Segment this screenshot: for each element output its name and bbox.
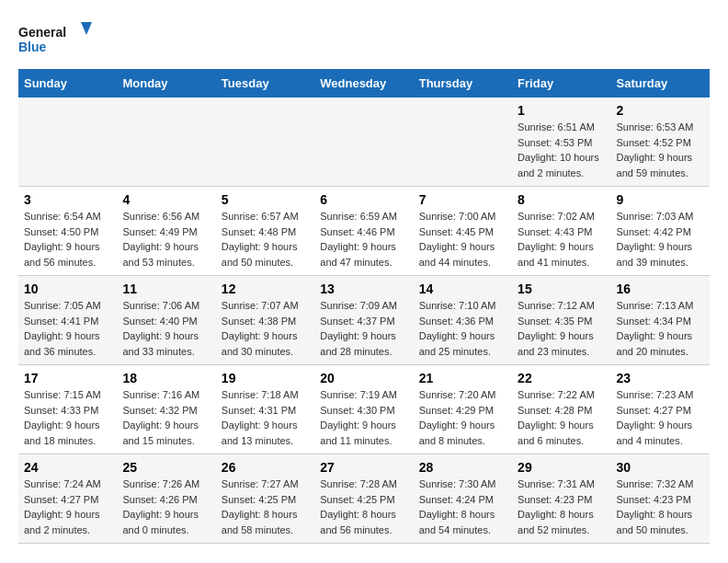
day-number: 22 — [518, 371, 605, 385]
calendar-cell — [18, 98, 117, 187]
weekday-header-saturday: Saturday — [611, 69, 710, 98]
weekday-header-tuesday: Tuesday — [216, 69, 314, 98]
day-info: Sunrise: 6:54 AM Sunset: 4:50 PM Dayligh… — [24, 209, 111, 270]
calendar-cell: 3Sunrise: 6:54 AM Sunset: 4:50 PM Daylig… — [18, 187, 117, 276]
day-number: 11 — [122, 282, 210, 296]
day-number: 6 — [320, 192, 407, 207]
calendar-cell: 30Sunrise: 7:32 AM Sunset: 4:23 PM Dayli… — [611, 454, 710, 544]
logo: General Blue — [18, 18, 92, 60]
calendar-cell: 13Sunrise: 7:09 AM Sunset: 4:37 PM Dayli… — [314, 276, 413, 365]
day-number: 9 — [617, 192, 704, 207]
calendar-cell: 10Sunrise: 7:05 AM Sunset: 4:41 PM Dayli… — [18, 276, 117, 365]
day-number: 8 — [518, 192, 605, 207]
day-info: Sunrise: 7:32 AM Sunset: 4:23 PM Dayligh… — [617, 477, 704, 537]
day-info: Sunrise: 7:24 AM Sunset: 4:27 PM Dayligh… — [24, 477, 111, 537]
day-number: 24 — [24, 460, 111, 475]
calendar-cell: 2Sunrise: 6:53 AM Sunset: 4:52 PM Daylig… — [611, 98, 710, 187]
day-number: 28 — [419, 460, 506, 475]
calendar-body: 1Sunrise: 6:51 AM Sunset: 4:53 PM Daylig… — [18, 98, 710, 544]
weekday-header-monday: Monday — [117, 69, 215, 98]
day-info: Sunrise: 7:07 AM Sunset: 4:38 PM Dayligh… — [222, 298, 309, 359]
day-info: Sunrise: 7:02 AM Sunset: 4:43 PM Dayligh… — [518, 209, 605, 270]
calendar-cell — [414, 98, 512, 187]
day-number: 30 — [617, 460, 704, 475]
calendar-cell: 7Sunrise: 7:00 AM Sunset: 4:45 PM Daylig… — [414, 187, 512, 276]
calendar-cell: 22Sunrise: 7:22 AM Sunset: 4:28 PM Dayli… — [512, 365, 610, 454]
day-info: Sunrise: 7:22 AM Sunset: 4:28 PM Dayligh… — [518, 387, 605, 448]
weekday-header-friday: Friday — [512, 69, 610, 98]
day-number: 21 — [419, 371, 506, 385]
day-number: 2 — [617, 103, 704, 118]
calendar-cell: 23Sunrise: 7:23 AM Sunset: 4:27 PM Dayli… — [611, 365, 710, 454]
calendar-week-row: 10Sunrise: 7:05 AM Sunset: 4:41 PM Dayli… — [18, 276, 710, 365]
day-info: Sunrise: 7:16 AM Sunset: 4:32 PM Dayligh… — [122, 387, 210, 448]
calendar-week-row: 17Sunrise: 7:15 AM Sunset: 4:33 PM Dayli… — [18, 365, 710, 454]
day-number: 17 — [24, 371, 111, 385]
day-info: Sunrise: 7:09 AM Sunset: 4:37 PM Dayligh… — [320, 298, 407, 359]
weekday-header-wednesday: Wednesday — [314, 69, 413, 98]
day-number: 26 — [222, 460, 309, 475]
day-number: 13 — [320, 282, 407, 296]
day-info: Sunrise: 7:27 AM Sunset: 4:25 PM Dayligh… — [222, 477, 309, 537]
calendar-table: SundayMondayTuesdayWednesdayThursdayFrid… — [18, 69, 710, 544]
calendar-cell: 11Sunrise: 7:06 AM Sunset: 4:40 PM Dayli… — [117, 276, 215, 365]
day-number: 16 — [617, 282, 704, 296]
day-info: Sunrise: 7:30 AM Sunset: 4:24 PM Dayligh… — [419, 477, 506, 537]
day-number: 1 — [518, 103, 605, 118]
calendar-cell: 15Sunrise: 7:12 AM Sunset: 4:35 PM Dayli… — [512, 276, 610, 365]
day-number: 19 — [222, 371, 309, 385]
page-header: General Blue — [18, 18, 710, 60]
day-number: 4 — [122, 192, 210, 207]
day-info: Sunrise: 6:57 AM Sunset: 4:48 PM Dayligh… — [222, 209, 309, 270]
calendar-cell: 12Sunrise: 7:07 AM Sunset: 4:38 PM Dayli… — [216, 276, 314, 365]
day-number: 15 — [518, 282, 605, 296]
calendar-cell: 6Sunrise: 6:59 AM Sunset: 4:46 PM Daylig… — [314, 187, 413, 276]
day-number: 18 — [122, 371, 210, 385]
day-info: Sunrise: 7:28 AM Sunset: 4:25 PM Dayligh… — [320, 477, 407, 537]
calendar-cell — [117, 98, 215, 187]
calendar-cell: 25Sunrise: 7:26 AM Sunset: 4:26 PM Dayli… — [117, 454, 215, 544]
svg-text:Blue: Blue — [18, 40, 47, 54]
day-info: Sunrise: 7:00 AM Sunset: 4:45 PM Dayligh… — [419, 209, 506, 270]
weekday-header-thursday: Thursday — [414, 69, 512, 98]
day-info: Sunrise: 6:51 AM Sunset: 4:53 PM Dayligh… — [518, 120, 605, 180]
day-info: Sunrise: 7:20 AM Sunset: 4:29 PM Dayligh… — [419, 387, 506, 448]
calendar-cell: 19Sunrise: 7:18 AM Sunset: 4:31 PM Dayli… — [216, 365, 314, 454]
calendar-cell: 17Sunrise: 7:15 AM Sunset: 4:33 PM Dayli… — [18, 365, 117, 454]
day-info: Sunrise: 7:10 AM Sunset: 4:36 PM Dayligh… — [419, 298, 506, 359]
day-number: 20 — [320, 371, 407, 385]
day-info: Sunrise: 7:31 AM Sunset: 4:23 PM Dayligh… — [518, 477, 605, 537]
calendar-week-row: 1Sunrise: 6:51 AM Sunset: 4:53 PM Daylig… — [18, 98, 710, 187]
svg-text:General: General — [18, 25, 66, 40]
day-info: Sunrise: 7:06 AM Sunset: 4:40 PM Dayligh… — [122, 298, 210, 359]
day-number: 27 — [320, 460, 407, 475]
day-info: Sunrise: 7:03 AM Sunset: 4:42 PM Dayligh… — [617, 209, 704, 270]
calendar-cell — [314, 98, 413, 187]
calendar-cell: 24Sunrise: 7:24 AM Sunset: 4:27 PM Dayli… — [18, 454, 117, 544]
calendar-cell: 8Sunrise: 7:02 AM Sunset: 4:43 PM Daylig… — [512, 187, 610, 276]
day-number: 25 — [122, 460, 210, 475]
calendar-cell: 9Sunrise: 7:03 AM Sunset: 4:42 PM Daylig… — [611, 187, 710, 276]
day-number: 23 — [617, 371, 704, 385]
calendar-cell: 16Sunrise: 7:13 AM Sunset: 4:34 PM Dayli… — [611, 276, 710, 365]
day-number: 29 — [518, 460, 605, 475]
day-number: 7 — [419, 192, 506, 207]
day-info: Sunrise: 7:23 AM Sunset: 4:27 PM Dayligh… — [617, 387, 704, 448]
day-info: Sunrise: 6:56 AM Sunset: 4:49 PM Dayligh… — [122, 209, 210, 270]
day-info: Sunrise: 7:12 AM Sunset: 4:35 PM Dayligh… — [518, 298, 605, 359]
calendar-cell: 5Sunrise: 6:57 AM Sunset: 4:48 PM Daylig… — [216, 187, 314, 276]
calendar-cell: 21Sunrise: 7:20 AM Sunset: 4:29 PM Dayli… — [414, 365, 512, 454]
day-number: 10 — [24, 282, 111, 296]
svg-marker-2 — [81, 22, 92, 35]
calendar-header: SundayMondayTuesdayWednesdayThursdayFrid… — [18, 69, 710, 98]
calendar-week-row: 24Sunrise: 7:24 AM Sunset: 4:27 PM Dayli… — [18, 454, 710, 544]
day-info: Sunrise: 7:05 AM Sunset: 4:41 PM Dayligh… — [24, 298, 111, 359]
day-number: 5 — [222, 192, 309, 207]
calendar-cell: 18Sunrise: 7:16 AM Sunset: 4:32 PM Dayli… — [117, 365, 215, 454]
calendar-cell: 4Sunrise: 6:56 AM Sunset: 4:49 PM Daylig… — [117, 187, 215, 276]
day-info: Sunrise: 7:19 AM Sunset: 4:30 PM Dayligh… — [320, 387, 407, 448]
calendar-cell — [216, 98, 314, 187]
day-info: Sunrise: 7:26 AM Sunset: 4:26 PM Dayligh… — [122, 477, 210, 537]
logo-svg: General Blue — [18, 18, 92, 60]
calendar-cell: 28Sunrise: 7:30 AM Sunset: 4:24 PM Dayli… — [414, 454, 512, 544]
